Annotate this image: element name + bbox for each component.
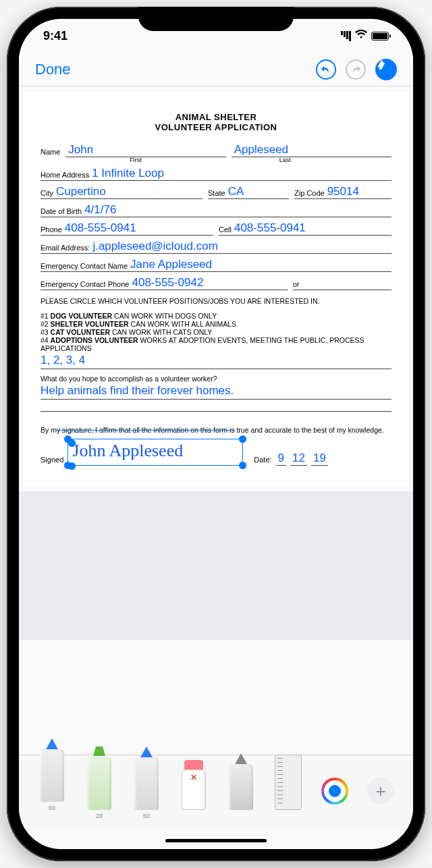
doc-title-2: VOLUNTEER APPLICATION — [40, 122, 392, 132]
signature-row: Signed John Appleseed Date: 9 12 19 — [40, 439, 392, 466]
color-picker-button[interactable] — [321, 778, 348, 805]
label-dob: Date of Birth — [40, 207, 82, 217]
label-address: Home Address — [40, 171, 89, 180]
label-signed: Signed — [40, 456, 63, 466]
undo-button[interactable] — [316, 59, 336, 80]
wifi-icon — [355, 30, 367, 42]
value-firstname: John — [65, 143, 93, 157]
highlighter-tool[interactable]: 28 — [85, 757, 113, 819]
value-date: 9 12 19 — [276, 452, 328, 466]
phone-frame: 9:41 Done — [7, 7, 425, 861]
label-ecphone: Emergency Contact Phone — [40, 280, 129, 290]
value-email: j.appleseed@icloud.com — [90, 240, 217, 253]
value-answer: Help animals find their forever homes. — [40, 383, 392, 400]
value-lastname: Appleseed — [232, 143, 288, 157]
pencil-size: 50 — [143, 813, 150, 819]
nav-bar: Done — [19, 53, 413, 86]
notch — [138, 7, 294, 31]
canvas-background — [19, 491, 413, 640]
cellular-icon — [341, 31, 351, 41]
add-button[interactable]: + — [367, 778, 394, 805]
label-or: or — [293, 280, 300, 290]
current-color-icon — [329, 785, 341, 797]
value-dob: 4/1/76 — [82, 203, 116, 217]
markup-pen-button[interactable] — [375, 59, 397, 80]
blank-line — [40, 400, 392, 412]
value-ecphone: 408-555-0942 — [129, 276, 203, 290]
signature-value: John Appleseed — [68, 439, 242, 462]
instructions: PLEASE CIRCLE WHICH VOLUNTEER POSITIONS/… — [40, 297, 392, 306]
eraser-tool[interactable]: ✕ — [180, 769, 208, 819]
label-date: Date: — [254, 456, 271, 466]
redo-button — [346, 59, 366, 80]
home-indicator[interactable] — [165, 839, 267, 842]
label-ecname: Emergency Contact Name — [40, 262, 128, 271]
lasso-tool[interactable] — [227, 764, 255, 819]
label-name: Name — [40, 148, 60, 157]
label-state: State — [208, 189, 225, 198]
value-phone: 408-555-0941 — [62, 221, 136, 235]
signature-selection[interactable]: John Appleseed — [68, 439, 243, 466]
pencil-tool[interactable]: 50 — [132, 757, 161, 819]
label-cell: Cell — [219, 225, 232, 235]
value-choices: 1, 2, 3, 4 — [40, 352, 392, 369]
label-phone: Phone — [40, 225, 62, 235]
sublabel-first: First — [130, 157, 142, 163]
done-button[interactable]: Done — [35, 61, 71, 78]
affirmation: By my signature, I affirm that all the i… — [40, 425, 392, 435]
volunteer-positions: #1 DOG VOLUNTEER CAN WORK WITH DOGS ONLY… — [40, 312, 392, 352]
time: 9:41 — [43, 29, 68, 43]
value-ecname: Jane Appleseed — [128, 258, 212, 271]
screen: 9:41 Done — [19, 19, 413, 849]
question: What do you hope to accomplish as a volu… — [40, 375, 392, 383]
markup-tool-tray: 60 28 50 ✕ — [19, 755, 413, 829]
pen-tool[interactable]: 60 — [38, 749, 66, 811]
ruler-tool[interactable] — [274, 755, 302, 819]
value-city: Cupertino — [53, 185, 106, 198]
value-cell: 408-555-0941 — [232, 221, 306, 235]
doc-title-1: ANIMAL SHELTER — [40, 112, 392, 122]
battery-icon — [371, 32, 389, 40]
pen-size: 60 — [49, 805, 55, 811]
marker-size: 28 — [96, 813, 103, 819]
label-zip: Zip Code — [294, 189, 325, 198]
label-email: Email Address: — [40, 244, 90, 253]
label-city: City — [40, 189, 53, 198]
document-canvas[interactable]: ANIMAL SHELTER VOLUNTEER APPLICATION Nam… — [24, 92, 408, 486]
value-state: CA — [225, 185, 244, 198]
value-address: 1 Infinite Loop — [89, 167, 164, 180]
value-zip: 95014 — [325, 185, 359, 198]
sublabel-last: Last — [279, 157, 291, 163]
